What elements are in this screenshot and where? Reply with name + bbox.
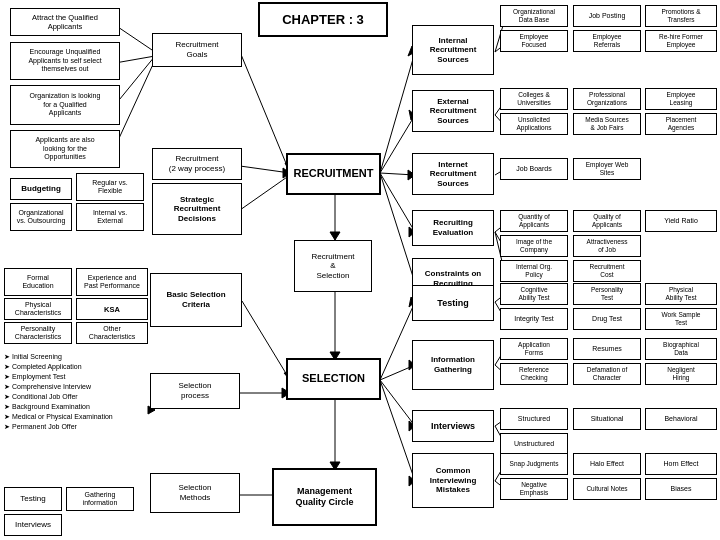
process-item-4: ➤Comprehensive Interview bbox=[4, 382, 149, 392]
cognitive-ability-box: Cognitive Ability Test bbox=[500, 283, 568, 305]
internet-recruit-box: Internet Recruitment Sources bbox=[412, 153, 494, 195]
re-hire-box: Re-hire Former Employee bbox=[645, 30, 717, 52]
unsolicited-box: Unsolicited Applications bbox=[500, 113, 568, 135]
personality-char-box: Personality Characteristics bbox=[4, 322, 72, 344]
process-list: ➤Initial Screening ➤Completed Applicatio… bbox=[4, 352, 149, 432]
org-looking-box: Organization is looking for a Qualified … bbox=[10, 85, 120, 125]
selection-methods-box: Selection Methods bbox=[150, 473, 240, 513]
org-data-box: Organizational Data Base bbox=[500, 5, 568, 27]
situational-box: Situational bbox=[573, 408, 641, 430]
svg-line-6 bbox=[240, 166, 290, 173]
resumes-box: Resumes bbox=[573, 338, 641, 360]
external-recruit-box: External Recruitment Sources bbox=[412, 90, 494, 132]
structured-box: Structured bbox=[500, 408, 568, 430]
physical-char-box: Physical Characteristics bbox=[4, 298, 72, 320]
svg-line-2 bbox=[115, 56, 155, 105]
svg-line-29 bbox=[380, 380, 415, 426]
employer-web-box: Employer Web Sites bbox=[573, 158, 641, 180]
interviews-small-box: Interviews bbox=[4, 514, 62, 536]
integrity-test-box: Integrity Test bbox=[500, 308, 568, 330]
quality-app-box: Quality of Applicants bbox=[573, 210, 641, 232]
personality-test-box: Personality Test bbox=[573, 283, 641, 305]
recruitment-goals-box: Recruitment Goals bbox=[152, 33, 242, 67]
chapter-title: CHAPTER : 3 bbox=[258, 2, 388, 37]
strategic-box: Strategic Recruitment Decisions bbox=[152, 183, 242, 235]
unstructured-box: Unstructured bbox=[500, 433, 568, 455]
process-item-6: ➤Background Examination bbox=[4, 402, 149, 412]
svg-line-20 bbox=[380, 173, 415, 175]
process-item-2: ➤Completed Application bbox=[4, 362, 149, 372]
physical-ability-test-box: Physical Ability Test bbox=[645, 283, 717, 305]
regular-flexible-box: Regular vs. Flexible bbox=[76, 173, 144, 201]
svg-line-3 bbox=[115, 60, 155, 147]
snap-judgments-box: Snap Judgments bbox=[500, 453, 568, 475]
selection-central-box: SELECTION bbox=[286, 358, 381, 400]
job-boards-box: Job Boards bbox=[500, 158, 568, 180]
interviews-right-box: Interviews bbox=[412, 410, 494, 442]
process-item-5: ➤Conditional Job Offer bbox=[4, 392, 149, 402]
selection-process-box: Selection process bbox=[150, 373, 240, 409]
management-quality-circle-box: Management Quality Circle bbox=[272, 468, 377, 526]
recruit-cost-box: Recruitment Cost bbox=[573, 260, 641, 282]
negligent-hiring-box: Negligent Hiring bbox=[645, 363, 717, 385]
colleges-box: Colleges & Universities bbox=[500, 88, 568, 110]
biographical-data-box: Biographical Data bbox=[645, 338, 717, 360]
process-item-3: ➤Employment Test bbox=[4, 372, 149, 382]
recruiting-eval-box: Recruiting Evaluation bbox=[412, 210, 494, 246]
biases-box: Biases bbox=[645, 478, 717, 500]
application-forms-box: Application Forms bbox=[500, 338, 568, 360]
process-item-7: ➤Medical or Physical Examination bbox=[4, 412, 149, 422]
media-sources-box: Media Sources & Job Fairs bbox=[573, 113, 641, 135]
negative-emphasis-box: Negative Emphasis bbox=[500, 478, 568, 500]
testing-small-box: Testing bbox=[4, 487, 62, 511]
halo-effect-box: Halo Effect bbox=[573, 453, 641, 475]
process-item-8: ➤Permanent Job Offer bbox=[4, 422, 149, 432]
emp-leasing-box: Employee Leasing bbox=[645, 88, 717, 110]
svg-line-1 bbox=[115, 56, 155, 63]
ksa-box: KSA bbox=[76, 298, 148, 320]
defamation-box: Defamation of Character bbox=[573, 363, 641, 385]
prof-org-box: Professional Organizations bbox=[573, 88, 641, 110]
quantity-box: Quantity of Applicants bbox=[500, 210, 568, 232]
org-outsourcing-box: Organizational vs. Outsourcing bbox=[10, 203, 72, 231]
gathering-info-box: Gathering information bbox=[66, 487, 134, 511]
work-sample-box: Work Sample Test bbox=[645, 308, 717, 330]
encourage-box: Encourage Unqualified Applicants to self… bbox=[10, 42, 120, 80]
basic-selection-box: Basic Selection Criteria bbox=[150, 273, 242, 327]
internal-recruit-box: Internal Recruitment Sources bbox=[412, 25, 494, 75]
attract-box: Attract the Qualified Applicants bbox=[10, 8, 120, 36]
svg-line-0 bbox=[115, 25, 155, 52]
horn-effect-box: Horn Effect bbox=[645, 453, 717, 475]
job-posting-box: Job Posting bbox=[573, 5, 641, 27]
svg-line-4 bbox=[240, 52, 290, 173]
diagram: CHAPTER : 3 RECRUITMENT SELECTION Recrui… bbox=[0, 0, 720, 540]
recruitment-2way-box: Recruitment (2 way process) bbox=[152, 148, 242, 180]
emp-referrals-box: Employee Referrals bbox=[573, 30, 641, 52]
reference-checking-box: Reference Checking bbox=[500, 363, 568, 385]
promotions-transfers-box: Promotions & Transfers bbox=[645, 5, 717, 27]
image-company-box: Image of the Company bbox=[500, 235, 568, 257]
cultural-notes-box: Cultural Notes bbox=[573, 478, 641, 500]
svg-line-18 bbox=[380, 115, 415, 173]
internal-external-box: Internal vs. External bbox=[76, 203, 144, 231]
svg-line-24 bbox=[380, 173, 415, 283]
attract-job-box: Attractiveness of Job bbox=[573, 235, 641, 257]
svg-line-22 bbox=[380, 173, 415, 232]
svg-line-27 bbox=[380, 365, 415, 380]
recruitment-central-box: RECRUITMENT bbox=[286, 153, 381, 195]
svg-line-31 bbox=[380, 380, 415, 481]
svg-line-8 bbox=[240, 175, 290, 210]
svg-line-16 bbox=[380, 52, 415, 173]
budgeting-box: Budgeting bbox=[10, 178, 72, 200]
process-item-1: ➤Initial Screening bbox=[4, 352, 149, 362]
emp-focused-box: Employee Focused bbox=[500, 30, 568, 52]
exp-perf-box: Experience and Past Performance bbox=[76, 268, 148, 296]
rec-sel-box: Recruitment & Selection bbox=[294, 240, 372, 292]
svg-line-25 bbox=[380, 302, 415, 380]
other-char-box: Other Characteristics bbox=[76, 322, 148, 344]
internal-org-policy-box: Internal Org. Policy bbox=[500, 260, 568, 282]
behavioral-box: Behavioral bbox=[645, 408, 717, 430]
common-interview-box: Common Interviewing Mistakes bbox=[412, 453, 494, 508]
yield-ratio-box: Yield Ratio bbox=[645, 210, 717, 232]
drug-test-box: Drug Test bbox=[573, 308, 641, 330]
